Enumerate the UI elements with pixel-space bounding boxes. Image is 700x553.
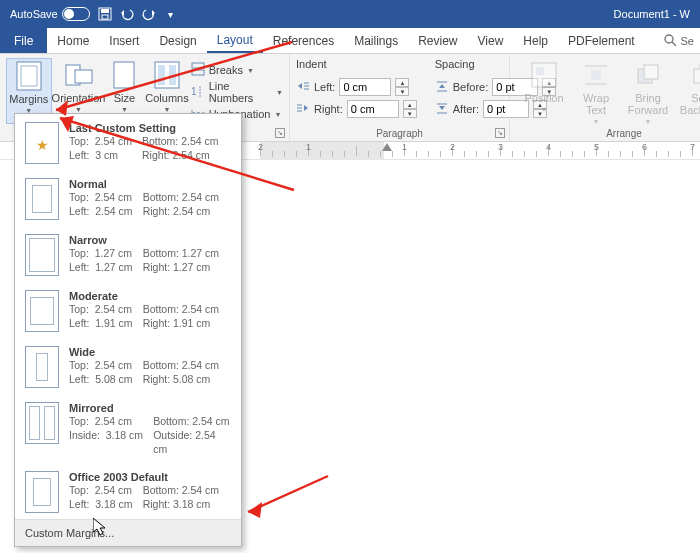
tab-review[interactable]: Review (408, 28, 467, 53)
bring-forward-label: Bring Forward (620, 92, 676, 116)
indent-right-label: Right: (314, 103, 343, 115)
svg-marker-31 (439, 106, 445, 110)
group-paragraph: Indent Left: ▲▼ Right: ▲▼ Spacing (290, 54, 510, 141)
paragraph-launcher[interactable]: ↘ (495, 128, 505, 138)
indent-left-spinner[interactable]: ▲▼ (395, 78, 409, 96)
svg-line-42 (56, 42, 292, 110)
chevron-down-icon: ▼ (541, 106, 548, 113)
annotation-arrow-3 (238, 470, 338, 524)
chevron-down-icon: ▼ (593, 118, 600, 125)
svg-line-44 (60, 118, 294, 190)
svg-marker-48 (93, 518, 105, 535)
paragraph-group-label: Paragraph (290, 128, 509, 139)
save-icon[interactable] (98, 7, 112, 21)
indent-right-input[interactable] (347, 100, 399, 118)
bring-forward-button[interactable]: Bring Forward ▼ (620, 58, 676, 125)
tab-help[interactable]: Help (513, 28, 558, 53)
margin-preset-wide[interactable]: WideTop: 2.54 cmBottom: 2.54 cmLeft: 5.0… (15, 338, 241, 394)
document-title: Document1 - W (614, 8, 690, 20)
indent-heading: Indent (296, 58, 417, 76)
autosave-label: AutoSave (10, 8, 58, 20)
chevron-down-icon: ▼ (645, 118, 652, 125)
autosave-toggle[interactable]: AutoSave (10, 7, 90, 21)
send-backward-label: Send Backward (676, 92, 700, 116)
svg-marker-45 (60, 116, 74, 132)
preset-title: Mirrored (69, 402, 231, 414)
toggle-off-icon (62, 7, 90, 21)
spacing-before-label: Before: (453, 81, 488, 93)
qat-customize-icon[interactable]: ▾ (164, 7, 178, 21)
margins-icon (14, 61, 44, 91)
svg-rect-41 (694, 69, 700, 83)
redo-icon[interactable] (142, 7, 156, 21)
arrange-group-label: Arrange (510, 128, 700, 139)
svg-rect-2 (102, 15, 108, 19)
svg-marker-23 (304, 105, 308, 111)
bring-forward-icon (633, 60, 663, 90)
svg-point-5 (665, 35, 673, 43)
spacing-after-icon (435, 101, 449, 117)
margin-thumb-icon (25, 402, 59, 444)
margin-preset-moderate[interactable]: ModerateTop: 2.54 cmBottom: 2.54 cmLeft:… (15, 282, 241, 338)
spacing-after-label: After: (453, 103, 479, 115)
annotation-arrow-2 (44, 108, 304, 210)
position-icon (529, 60, 559, 90)
group-arrange: Position ▼ Wrap Text ▼ Bring Forward ▼ S… (510, 54, 700, 141)
svg-line-6 (672, 42, 676, 46)
margin-preset-mirrored[interactable]: MirroredTop: 2.54 cmBottom: 2.54 cmInsid… (15, 394, 241, 463)
mouse-cursor-icon (93, 518, 107, 538)
wrap-text-label: Wrap Text (572, 92, 620, 116)
send-backward-button[interactable]: Send Backward ▼ (676, 58, 700, 125)
indent-right-row: Right: ▲▼ (296, 98, 417, 120)
margin-thumb-icon (25, 234, 59, 276)
search-label: Se (681, 35, 694, 47)
indent-left-label: Left: (314, 81, 335, 93)
search-icon (663, 33, 677, 49)
margin-thumb-icon (25, 471, 59, 513)
position-button[interactable]: Position ▼ (516, 58, 572, 125)
indent-left-input[interactable] (339, 78, 391, 96)
send-backward-icon (689, 60, 700, 90)
preset-title: Moderate (69, 290, 219, 302)
tab-view[interactable]: View (468, 28, 514, 53)
preset-title: Office 2003 Default (69, 471, 219, 483)
margin-thumb-icon (25, 346, 59, 388)
undo-icon[interactable] (120, 7, 134, 21)
title-bar: AutoSave ▾ Document1 - W (0, 0, 700, 28)
custom-margins-item[interactable]: Custom Margins... (15, 519, 241, 546)
svg-rect-1 (101, 9, 109, 13)
margin-preset-office-2003-default[interactable]: Office 2003 DefaultTop: 2.54 cmBottom: 2… (15, 463, 241, 519)
indent-right-spinner[interactable]: ▲▼ (403, 100, 417, 118)
svg-rect-34 (536, 67, 544, 75)
svg-rect-39 (644, 65, 658, 79)
preset-title: Narrow (69, 234, 219, 246)
margin-preset-narrow[interactable]: NarrowTop: 1.27 cmBottom: 1.27 cmLeft: 1… (15, 226, 241, 282)
position-label: Position (524, 92, 563, 104)
svg-rect-35 (591, 70, 601, 80)
preset-title: Wide (69, 346, 219, 358)
spacing-before-icon (435, 79, 449, 95)
tab-pdfelement[interactable]: PDFelement (558, 28, 645, 53)
wrap-text-icon (581, 60, 611, 90)
tab-file[interactable]: File (0, 28, 47, 53)
wrap-text-button[interactable]: Wrap Text ▼ (572, 58, 620, 125)
margin-thumb-icon (25, 290, 59, 332)
svg-marker-28 (439, 84, 445, 88)
tab-mailings[interactable]: Mailings (344, 28, 408, 53)
search-box[interactable]: Se (657, 28, 700, 53)
indent-left-row: Left: ▲▼ (296, 76, 417, 98)
